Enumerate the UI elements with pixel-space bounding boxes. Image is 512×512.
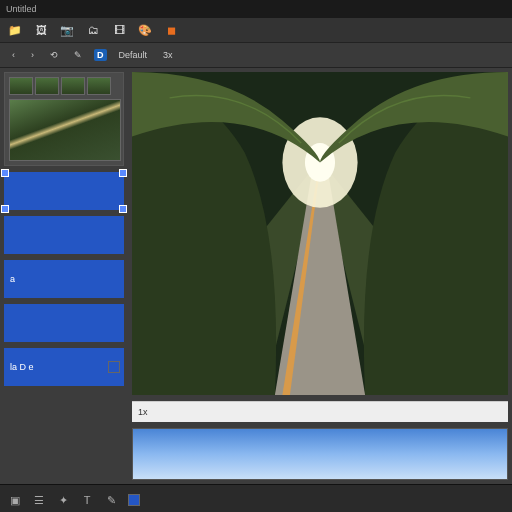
nav-forward-button[interactable]: › <box>27 48 38 62</box>
layer-label: a <box>10 274 15 284</box>
app-toolbar: ‹ › ⟲ ✎ D Default 3x <box>0 43 512 68</box>
title-bar: Untitled <box>0 0 512 18</box>
layers-icon[interactable]: ☰ <box>32 493 46 507</box>
palette-icon[interactable]: 🎨 <box>138 23 152 37</box>
crop-icon[interactable]: ▣ <box>8 493 22 507</box>
resize-handle[interactable] <box>119 205 127 213</box>
app-icon[interactable]: ◼ <box>164 23 178 37</box>
layers-icon[interactable]: 🗂 <box>86 23 100 37</box>
layer-slot[interactable] <box>4 304 124 342</box>
canvas-status-bar: 1x <box>132 401 508 422</box>
image-icon[interactable]: 🖼 <box>34 23 48 37</box>
workspace: a la D e <box>0 68 512 484</box>
resize-handle[interactable] <box>1 205 9 213</box>
brush-icon[interactable]: ✎ <box>104 493 118 507</box>
layer-slot[interactable] <box>4 172 124 210</box>
tool-a[interactable]: ⟲ <box>46 48 62 62</box>
canvas-area: 1x <box>128 68 512 484</box>
camera-icon[interactable]: 📷 <box>60 23 74 37</box>
film-icon[interactable]: 🎞 <box>112 23 126 37</box>
canvas-zoom-readout: 1x <box>138 407 148 417</box>
main-canvas[interactable] <box>132 72 508 395</box>
layer-label: la D e <box>10 362 34 372</box>
system-taskbar: 📁 🖼 📷 🗂 🎞 🎨 ◼ <box>0 18 512 43</box>
resize-handle[interactable] <box>1 169 9 177</box>
zoom-label[interactable]: 3x <box>159 48 177 62</box>
thumbnail-preview[interactable] <box>9 99 121 161</box>
thumbnail[interactable] <box>87 77 111 95</box>
thumbnail[interactable] <box>35 77 59 95</box>
text-icon[interactable]: T <box>80 493 94 507</box>
preset-label[interactable]: Default <box>115 48 152 62</box>
nav-back-button[interactable]: ‹ <box>8 48 19 62</box>
layer-slot[interactable] <box>4 216 124 254</box>
resize-handle[interactable] <box>119 169 127 177</box>
fx-icon[interactable]: ✦ <box>56 493 70 507</box>
bottom-toolbar: ▣ ☰ ✦ T ✎ <box>0 484 512 512</box>
color-swatch[interactable] <box>128 494 140 506</box>
thumbnail[interactable] <box>61 77 85 95</box>
layer-slot[interactable]: a <box>4 260 124 298</box>
tool-b[interactable]: ✎ <box>70 48 86 62</box>
layer-slot[interactable]: la D e <box>4 348 124 386</box>
window-title: Untitled <box>6 4 37 14</box>
thumbnail[interactable] <box>9 77 33 95</box>
canvas-image <box>132 72 508 395</box>
folder-icon[interactable]: 📁 <box>8 23 22 37</box>
app-logo: D <box>94 49 107 61</box>
left-panel: a la D e <box>0 68 128 484</box>
thumbnail-browser[interactable] <box>4 72 124 166</box>
secondary-canvas[interactable] <box>132 428 508 480</box>
color-swatch[interactable] <box>108 361 120 373</box>
